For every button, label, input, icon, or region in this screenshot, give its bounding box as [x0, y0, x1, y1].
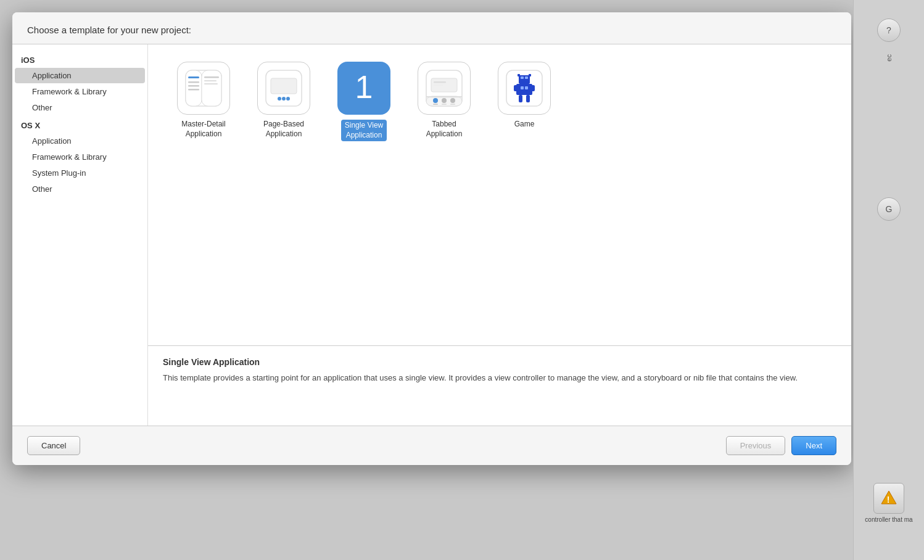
sidebar-section-os-x: OS X [12, 116, 147, 133]
svg-rect-25 [442, 104, 447, 105]
template-item-game[interactable]: Game [487, 57, 561, 146]
template-item-single-view[interactable]: 1 Single ViewApplication [327, 57, 401, 146]
sidebar-item-ios-framework[interactable]: Framework & Library [15, 84, 145, 99]
svg-rect-3 [188, 76, 199, 78]
svg-rect-29 [519, 75, 530, 84]
template-item-page-based[interactable]: Page-BasedApplication [247, 57, 321, 146]
navigation-buttons: Previous Next [726, 436, 836, 455]
svg-rect-5 [188, 85, 199, 87]
svg-rect-34 [531, 85, 535, 91]
right-panel-button-1[interactable]: ? [877, 19, 901, 42]
sidebar-item-osx-framework[interactable]: Framework & Library [15, 149, 145, 165]
next-button[interactable]: Next [791, 436, 836, 455]
svg-point-11 [278, 97, 281, 101]
main-content: Master-DetailApplication Page-BasedAppli… [148, 44, 851, 426]
template-label-master-detail: Master-DetailApplication [181, 120, 225, 139]
svg-point-13 [286, 97, 290, 101]
sidebar-item-osx-other[interactable]: Other [15, 181, 145, 197]
svg-rect-2 [202, 70, 221, 106]
svg-rect-6 [188, 89, 199, 91]
right-panel-bottom-text: controller that ma [859, 516, 919, 523]
svg-rect-9 [204, 83, 218, 84]
description-title: Single View Application [163, 357, 836, 367]
dialog-title: Choose a template for your new project: [12, 12, 851, 44]
svg-text:!: ! [887, 495, 890, 504]
previous-button[interactable]: Previous [726, 436, 786, 455]
svg-rect-21 [434, 84, 443, 86]
dialog-footer: Cancel Previous Next [12, 426, 851, 465]
svg-rect-4 [188, 81, 199, 83]
template-icon-tabbed [418, 62, 471, 115]
template-label-game: Game [514, 120, 535, 130]
svg-rect-33 [514, 85, 518, 91]
sidebar-item-ios-application[interactable]: Application [15, 68, 145, 83]
svg-rect-38 [525, 86, 528, 89]
description-area: Single View Application This template pr… [148, 345, 851, 426]
svg-rect-36 [526, 95, 530, 102]
template-chooser-dialog: Choose a template for your new project: … [12, 12, 851, 465]
svg-point-26 [450, 98, 455, 103]
sidebar-item-ios-other[interactable]: Other [15, 100, 145, 115]
right-panel: ? ec G ! controller that ma [853, 0, 924, 560]
svg-point-22 [433, 98, 438, 103]
template-icon-master-detail [177, 62, 230, 115]
svg-rect-18 [426, 96, 462, 97]
svg-rect-14 [271, 78, 297, 94]
right-panel-button-3[interactable]: ! [873, 483, 904, 514]
svg-rect-8 [204, 80, 217, 81]
template-icon-game [498, 62, 551, 115]
svg-point-12 [282, 97, 286, 101]
template-icon-single-view: 1 [337, 62, 390, 115]
template-label-tabbed: TabbedApplication [426, 120, 463, 139]
svg-point-24 [442, 98, 447, 103]
sidebar-section-ios: iOS [12, 51, 147, 67]
template-icon-page-based [257, 62, 310, 115]
svg-rect-20 [434, 81, 446, 83]
description-text: This template provides a starting point … [163, 372, 836, 384]
svg-rect-23 [433, 104, 438, 105]
svg-rect-32 [516, 84, 532, 95]
svg-rect-1 [186, 70, 202, 106]
svg-rect-39 [518, 74, 520, 76]
template-label-single-view: Single ViewApplication [341, 120, 387, 141]
svg-text:1: 1 [355, 69, 373, 105]
svg-rect-27 [450, 104, 455, 105]
svg-rect-37 [521, 86, 524, 89]
svg-rect-40 [529, 74, 531, 76]
sidebar-item-osx-plugin[interactable]: System Plug-in [15, 165, 145, 181]
svg-rect-35 [519, 95, 522, 102]
right-panel-text-1: ec [885, 54, 893, 62]
template-label-page-based: Page-BasedApplication [263, 120, 304, 139]
template-item-tabbed[interactable]: TabbedApplication [407, 57, 481, 146]
svg-rect-30 [521, 76, 524, 79]
sidebar: iOSApplicationFramework & LibraryOtherOS… [12, 44, 148, 426]
svg-rect-31 [525, 76, 528, 79]
dialog-body: iOSApplicationFramework & LibraryOtherOS… [12, 44, 851, 426]
template-grid: Master-DetailApplication Page-BasedAppli… [148, 44, 851, 345]
svg-rect-7 [204, 76, 219, 78]
template-item-master-detail[interactable]: Master-DetailApplication [167, 57, 241, 146]
cancel-button[interactable]: Cancel [27, 436, 80, 455]
right-panel-button-2[interactable]: G [877, 197, 901, 221]
sidebar-item-osx-application[interactable]: Application [15, 133, 145, 149]
